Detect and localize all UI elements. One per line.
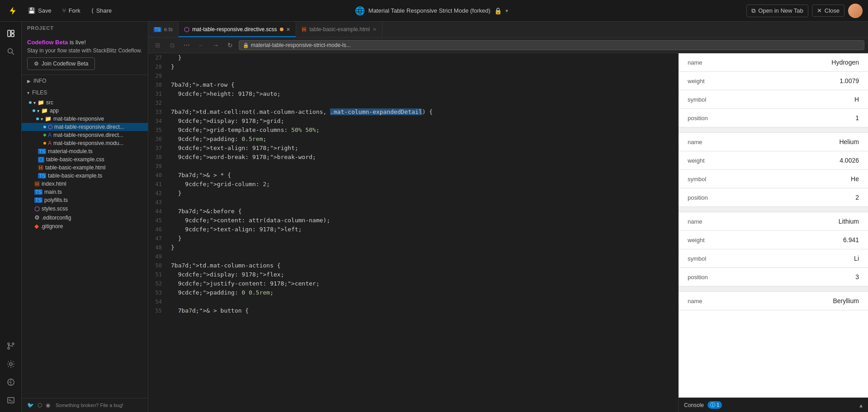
nav-back-button[interactable]: ←: [195, 39, 207, 51]
line-content: [167, 71, 175, 80]
mat-folder[interactable]: ▾ 📁 mat-table-responsive: [22, 115, 148, 123]
element-label: symbol: [688, 176, 742, 183]
avatar[interactable]: [848, 4, 863, 18]
line-content: 7ba7d;">td.mat-cell:not(.mat-column-acti…: [167, 108, 433, 117]
element-label: name: [688, 59, 742, 66]
src-folder[interactable]: ▾ 📁 src: [22, 98, 148, 107]
line-content: 9cdcfe;">grid-template-columns: 50% 50%;: [167, 126, 320, 135]
nav-sidebar-toggle[interactable]: ⊞: [152, 39, 164, 51]
file-tbe-html[interactable]: H table-basic-example.html: [22, 164, 148, 172]
console-label: Console: [684, 402, 704, 408]
open-new-tab-button[interactable]: ⧉ Open in New Tab: [746, 5, 808, 17]
line-number: 28: [148, 62, 167, 71]
line-content: 9cdcfe;">display: 9178;">grid;: [167, 117, 284, 126]
files-section-header[interactable]: ▾ FILES: [22, 87, 148, 98]
file-material-module[interactable]: TS material-module.ts: [22, 147, 148, 155]
nav-forward-button[interactable]: →: [210, 39, 222, 51]
line-content: 7ba7d;">.mat-row {: [167, 80, 235, 89]
element-label: name: [688, 218, 742, 225]
ts-icon4: TS: [34, 197, 42, 203]
element-value: Hydrogen: [742, 59, 859, 66]
tab-html-close-icon[interactable]: ✕: [373, 27, 377, 33]
tab-html[interactable]: H table-basic-example.html ✕: [296, 22, 382, 37]
element-label: weight: [688, 237, 742, 243]
close-button[interactable]: ✕ Close: [812, 5, 844, 17]
code-line: 37 9cdcfe;">text-align: 9178;">right;: [148, 144, 678, 153]
tab-ts[interactable]: TS e.ts: [148, 22, 179, 37]
line-content: }: [167, 243, 175, 252]
scss-tab-icon: ⬡: [184, 26, 189, 33]
sidebar-search-icon[interactable]: [3, 43, 19, 60]
github-icon[interactable]: ⬡: [38, 402, 42, 408]
line-content: 7ba7d;">&:before {: [167, 207, 242, 216]
file-editorconfig[interactable]: ⚙ .editorconfig: [22, 213, 148, 222]
line-content: [167, 198, 175, 207]
element-value: 4.0026: [742, 157, 859, 164]
line-content: [167, 98, 175, 108]
file-polyfills[interactable]: TS polyfills.ts: [22, 196, 148, 204]
app-folder[interactable]: ▾ 📁 app: [22, 107, 148, 115]
file-directive[interactable]: A mat-table-responsive.direct...: [22, 131, 148, 139]
line-content: 9cdcfe;">justify-content: 9178;">center;: [167, 279, 320, 288]
file-tbe-ts[interactable]: TS table-basic-example.ts: [22, 172, 148, 180]
main-ts-label: main.ts: [44, 189, 62, 195]
file1-label: mat-table-responsive.direct...: [54, 124, 124, 130]
element-row: weight6.941: [679, 231, 868, 249]
dot-indicator: [33, 109, 35, 112]
nav-split-toggle[interactable]: ⧉: [166, 39, 178, 51]
file-index-html[interactable]: H index.html: [22, 180, 148, 188]
fork-button[interactable]: ⑂ Fork: [58, 5, 85, 16]
module-file-icon: A: [48, 140, 52, 146]
discord-icon[interactable]: ◉: [46, 402, 50, 408]
console-expand-icon[interactable]: ▴: [859, 402, 863, 409]
join-btn-label: Join Codeflow Beta: [42, 61, 88, 67]
dot-indicator: [43, 134, 46, 136]
line-number: 29: [148, 71, 167, 80]
line-number: 43: [148, 198, 167, 206]
styles-scss-label: styles.scss: [42, 206, 68, 212]
tbe-ts-label: table-basic-example.ts: [48, 173, 102, 179]
file-module[interactable]: A mat-table-responsive.modu...: [22, 139, 148, 147]
element-label: name: [688, 139, 742, 145]
join-codeflow-button[interactable]: ⚙ Join Codeflow Beta: [27, 57, 95, 70]
file-gitignore[interactable]: ◆ .gitignore: [22, 222, 148, 230]
sidebar-theme-icon[interactable]: [3, 374, 19, 390]
sidebar-branch-icon[interactable]: [3, 338, 19, 354]
bottom-bar: 🐦 ⬡ ◉ Something broken? File a bug!: [22, 398, 148, 412]
info-section-header[interactable]: ▶ INFO: [22, 75, 148, 87]
file-scss[interactable]: ⬡ mat-table-responsive.direct...: [22, 123, 148, 131]
line-content: }: [167, 62, 175, 71]
file-styles-scss[interactable]: ⬡ styles.scss: [22, 204, 148, 213]
nav-more-icon[interactable]: ⋯: [181, 39, 193, 51]
sidebar-files-icon[interactable]: [3, 25, 19, 42]
project-title: Material Table Responsive Strict Mode (f…: [368, 7, 491, 14]
codeflow-icon: ⚙: [34, 61, 39, 67]
group-separator: [679, 286, 868, 292]
share-button[interactable]: ⟨ Share: [87, 5, 117, 16]
line-content: 9cdcfe;">text-align: 9178;">left;: [167, 225, 302, 234]
code-line: 45 9cdcfe;">content: attr(data-column-na…: [148, 216, 678, 225]
code-line: 43: [148, 198, 678, 207]
code-line: 48}: [148, 243, 678, 252]
file-tbe-css[interactable]: ⬡ table-basic-example.css: [22, 155, 148, 164]
twitter-icon[interactable]: 🐦: [27, 402, 34, 408]
save-button[interactable]: 💾 Save: [24, 5, 56, 16]
content-area: 27 }28}29 307ba7d;">.mat-row {31 9cdcfe;…: [148, 53, 868, 412]
close-icon: ✕: [817, 7, 822, 14]
tab-scss[interactable]: ⬡ mat-table-responsive.directive.scss ✕: [179, 22, 296, 37]
line-number: 51: [148, 270, 167, 279]
code-editor[interactable]: 27 }28}29 307ba7d;">.mat-row {31 9cdcfe;…: [148, 53, 678, 412]
element-value: 6.941: [742, 236, 859, 243]
nav-refresh-button[interactable]: ↻: [224, 39, 236, 51]
sidebar-terminal-icon[interactable]: [3, 392, 19, 408]
sidebar-settings-icon[interactable]: [3, 356, 19, 372]
gear-icon: ⚙: [34, 214, 40, 221]
element-value: 1: [742, 114, 859, 122]
url-bar[interactable]: 🔒 material-table-responsive-strict-mode-…: [239, 40, 864, 50]
tab-close-icon[interactable]: ✕: [286, 27, 290, 33]
css-icon: ⬡: [38, 157, 44, 163]
line-number: 32: [148, 98, 167, 107]
highlighted-token: .mat-column-expandedDetail: [330, 108, 422, 115]
file-main-ts[interactable]: TS main.ts: [22, 188, 148, 196]
code-line: 34 9cdcfe;">display: 9178;">grid;: [148, 117, 678, 126]
